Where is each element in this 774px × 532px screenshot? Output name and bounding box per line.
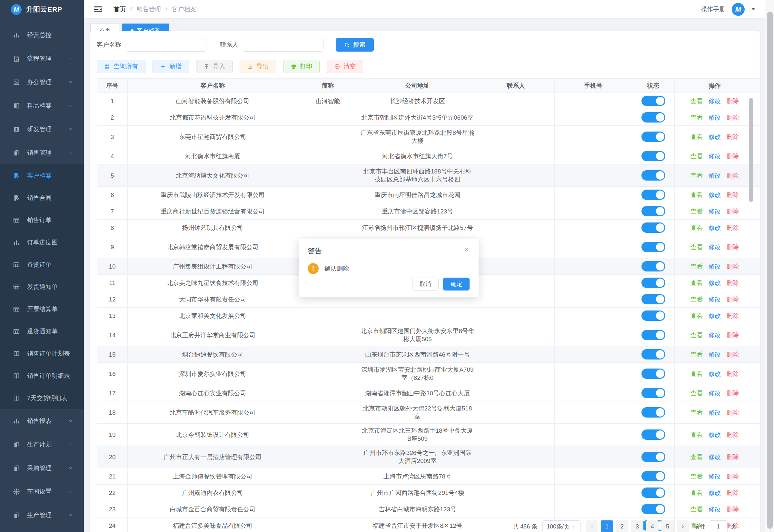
avatar[interactable]: M xyxy=(732,3,745,16)
sidebar-item-采购管理[interactable]: 采购管理 xyxy=(0,456,84,480)
delete-link[interactable]: 删除 xyxy=(727,431,739,438)
customer-name-input[interactable] xyxy=(126,38,206,52)
view-link[interactable]: 查看 xyxy=(690,473,703,480)
edit-link[interactable]: 修改 xyxy=(709,473,721,480)
edit-link[interactable]: 修改 xyxy=(709,133,721,140)
edit-link[interactable]: 修改 xyxy=(709,431,721,438)
delete-link[interactable]: 删除 xyxy=(727,489,739,496)
sidebar-item-车间设置[interactable]: 车间设置 xyxy=(0,480,84,503)
delete-link[interactable]: 删除 xyxy=(727,114,739,121)
view-link[interactable]: 查看 xyxy=(690,454,703,460)
delete-link[interactable]: 删除 xyxy=(727,224,739,231)
view-link[interactable]: 查看 xyxy=(690,263,703,270)
delete-link[interactable]: 删除 xyxy=(727,390,739,397)
sidebar-item-办公管理[interactable]: 办公管理 xyxy=(0,70,84,94)
edit-link[interactable]: 修改 xyxy=(709,409,721,416)
view-link[interactable]: 查看 xyxy=(690,98,703,104)
status-toggle[interactable] xyxy=(641,278,665,288)
sidebar-item-销售订单[interactable]: 销售订单 xyxy=(0,209,84,231)
status-toggle[interactable] xyxy=(641,96,665,106)
edit-link[interactable]: 修改 xyxy=(709,506,721,513)
toolbar-button-清空[interactable]: 清空 xyxy=(327,60,363,73)
status-toggle[interactable] xyxy=(641,310,665,321)
edit-link[interactable]: 修改 xyxy=(709,244,721,251)
confirm-button[interactable]: 确定 xyxy=(443,278,470,291)
search-button[interactable]: 搜索 xyxy=(336,38,374,52)
status-toggle[interactable] xyxy=(641,294,665,304)
status-toggle[interactable] xyxy=(641,369,665,379)
sidebar-item-生产计划[interactable]: 生产计划 xyxy=(0,433,84,456)
manual-link[interactable]: 操作手册 xyxy=(701,5,725,14)
status-toggle[interactable] xyxy=(641,452,665,462)
delete-link[interactable]: 删除 xyxy=(727,244,739,251)
sidebar-item-开票结算单[interactable]: 开票结算单 xyxy=(0,298,84,320)
status-toggle[interactable] xyxy=(641,471,665,481)
edit-link[interactable]: 修改 xyxy=(709,489,721,496)
page-button-1[interactable]: 1 xyxy=(601,520,613,532)
page-button-3[interactable]: 3 xyxy=(631,520,643,532)
edit-link[interactable]: 修改 xyxy=(709,454,721,460)
status-toggle[interactable] xyxy=(641,388,665,398)
status-toggle[interactable] xyxy=(641,112,665,123)
edit-link[interactable]: 修改 xyxy=(709,224,721,231)
status-toggle[interactable] xyxy=(641,151,665,161)
breadcrumb-sales[interactable]: 销售管理 xyxy=(136,5,161,14)
toolbar-button-打印[interactable]: 打印 xyxy=(283,60,320,73)
edit-link[interactable]: 修改 xyxy=(709,263,721,270)
edit-link[interactable]: 修改 xyxy=(709,192,721,198)
status-toggle[interactable] xyxy=(641,429,665,440)
edit-link[interactable]: 修改 xyxy=(709,370,721,377)
edit-link[interactable]: 修改 xyxy=(709,332,721,339)
toolbar-button-导出[interactable]: 导出 xyxy=(240,60,276,73)
view-link[interactable]: 查看 xyxy=(690,280,703,286)
view-link[interactable]: 查看 xyxy=(690,153,703,160)
goto-page-input[interactable] xyxy=(709,520,728,532)
sidebar-item-研发管理[interactable]: 研发管理 xyxy=(0,117,84,141)
status-toggle[interactable] xyxy=(641,261,665,271)
edit-link[interactable]: 修改 xyxy=(709,280,721,286)
sidebar-item-生产管理[interactable]: 生产管理 xyxy=(0,503,84,527)
toolbar-button-导入[interactable]: 导入 xyxy=(196,60,233,73)
status-toggle[interactable] xyxy=(641,222,665,233)
delete-link[interactable]: 删除 xyxy=(727,133,739,140)
sidebar-item-发货通知单[interactable]: 发货通知单 xyxy=(0,276,84,298)
view-link[interactable]: 查看 xyxy=(690,506,703,513)
delete-link[interactable]: 删除 xyxy=(727,208,739,215)
sidebar-item-经营总控[interactable]: 经营总控 xyxy=(0,23,84,47)
sidebar-item-销售订单明细表[interactable]: 销售订单明细表 xyxy=(0,365,84,387)
view-link[interactable]: 查看 xyxy=(690,208,703,215)
status-toggle[interactable] xyxy=(641,190,665,200)
view-link[interactable]: 查看 xyxy=(690,172,703,179)
view-link[interactable]: 查看 xyxy=(690,370,703,377)
view-link[interactable]: 查看 xyxy=(690,133,703,140)
status-toggle[interactable] xyxy=(641,504,665,514)
toolbar-button-新增[interactable]: 新增 xyxy=(153,60,189,73)
page-scrollbar[interactable] xyxy=(765,0,774,532)
prev-page-button[interactable] xyxy=(586,520,598,532)
edit-link[interactable]: 修改 xyxy=(709,351,721,358)
sidebar-item-订单进度图[interactable]: 订单进度图 xyxy=(0,231,84,253)
delete-link[interactable]: 删除 xyxy=(727,153,739,160)
table-scrollbar-thumb[interactable] xyxy=(749,98,753,202)
view-link[interactable]: 查看 xyxy=(690,114,703,121)
status-toggle[interactable] xyxy=(641,330,665,340)
status-toggle[interactable] xyxy=(641,349,665,360)
view-link[interactable]: 查看 xyxy=(690,224,703,231)
delete-link[interactable]: 删除 xyxy=(727,98,739,104)
toolbar-button-查询所有[interactable]: 查询所有 xyxy=(97,60,145,73)
view-link[interactable]: 查看 xyxy=(690,312,703,319)
view-link[interactable]: 查看 xyxy=(690,489,703,496)
sidebar-item-销售订单计划表[interactable]: 销售订单计划表 xyxy=(0,342,84,365)
status-toggle[interactable] xyxy=(641,170,665,181)
delete-link[interactable]: 删除 xyxy=(727,312,739,319)
caret-down-icon[interactable] xyxy=(751,8,755,11)
page-button-4[interactable]: 4 xyxy=(646,520,659,532)
delete-link[interactable]: 删除 xyxy=(727,370,739,377)
delete-link[interactable]: 删除 xyxy=(727,332,739,339)
view-link[interactable]: 查看 xyxy=(690,390,703,397)
view-link[interactable]: 查看 xyxy=(690,332,703,339)
breadcrumb-home[interactable]: 首页 xyxy=(114,5,126,14)
sidebar-item-备货订单[interactable]: 备货订单 xyxy=(0,253,84,276)
status-toggle[interactable] xyxy=(641,242,665,252)
view-link[interactable]: 查看 xyxy=(690,351,703,358)
